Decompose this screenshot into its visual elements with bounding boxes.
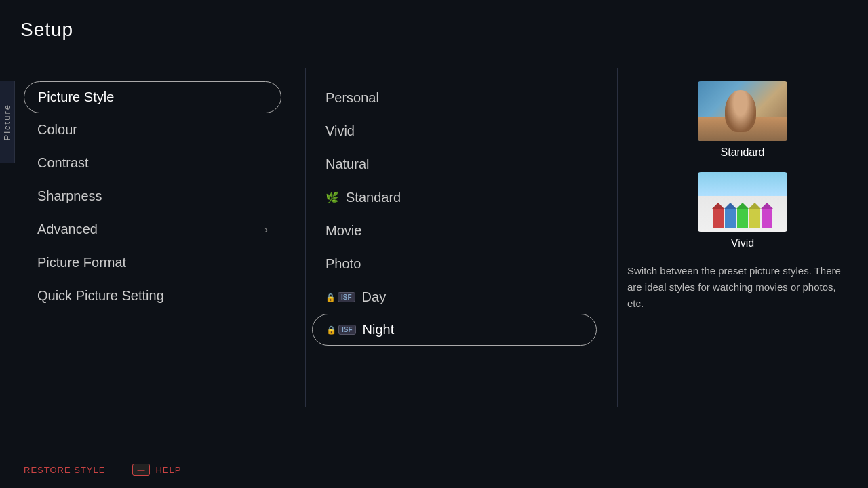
lock-icon: 🔒 (326, 293, 336, 302)
description-text: Switch between the preset picture styles… (627, 263, 858, 312)
menu-item-label: Advanced (37, 222, 98, 237)
left-menu: Picture Style Colour Contrast Sharpness … (24, 81, 281, 312)
style-item-label: Photo (326, 256, 361, 272)
lock-icon: 🔒 (326, 325, 336, 335)
menu-item-label: Colour (37, 122, 77, 138)
menu-item-picture-style[interactable]: Picture Style (24, 81, 281, 113)
standard-preview-box: Standard (627, 81, 858, 159)
hut-4 (749, 208, 760, 228)
help-key: — (132, 464, 150, 476)
style-item-label: Movie (326, 223, 361, 239)
menu-item-label: Sharpness (37, 188, 102, 204)
hut-2 (725, 208, 736, 228)
style-item-label: Vivid (326, 123, 355, 139)
side-tab-label: Picture (2, 104, 12, 140)
isf-badges-night: 🔒 ISF (326, 325, 356, 335)
menu-item-label: Contrast (37, 155, 89, 171)
menu-item-label: Picture Style (38, 89, 114, 105)
isf-badge: ISF (338, 325, 356, 335)
style-item-label: Standard (346, 190, 401, 205)
style-item-label: Natural (326, 157, 369, 172)
style-item-natural[interactable]: Natural (312, 148, 597, 181)
hut-1 (713, 208, 724, 228)
menu-item-label: Quick Picture Setting (37, 288, 164, 304)
style-item-vivid[interactable]: Vivid (312, 115, 597, 148)
vivid-preview-box: Vivid (627, 172, 858, 249)
menu-item-contrast[interactable]: Contrast (24, 146, 281, 180)
style-item-night[interactable]: 🔒 ISF Night (312, 314, 597, 346)
isf-badges-day: 🔒 ISF (326, 292, 355, 302)
footer: RESTORE STYLE — HELP (24, 464, 181, 476)
side-tab: Picture (0, 81, 15, 163)
right-panel: Standard Vivid Switch between the preset… (627, 81, 858, 312)
menu-item-sharpness[interactable]: Sharpness (24, 180, 281, 213)
menu-item-label: Picture Format (37, 255, 126, 270)
restore-style-label: RESTORE STYLE (24, 465, 105, 475)
style-item-personal[interactable]: Personal (312, 81, 597, 115)
menu-item-colour[interactable]: Colour (24, 113, 281, 146)
style-item-standard[interactable]: 🌿 Standard (312, 181, 597, 214)
standard-preview-image (698, 81, 787, 141)
style-item-photo[interactable]: Photo (312, 247, 597, 281)
left-divider (305, 68, 306, 407)
help-label: HELP (155, 465, 181, 475)
style-item-movie[interactable]: Movie (312, 214, 597, 247)
standard-preview-label: Standard (721, 146, 765, 159)
hut-3 (737, 208, 748, 228)
style-item-day[interactable]: 🔒 ISF Day (312, 281, 597, 314)
style-item-label: Day (362, 289, 387, 305)
menu-item-picture-format[interactable]: Picture Format (24, 246, 281, 279)
right-divider (617, 68, 618, 407)
footer-help[interactable]: — HELP (132, 464, 181, 476)
hut-5 (762, 208, 772, 228)
menu-item-quick-picture-setting[interactable]: Quick Picture Setting (24, 279, 281, 312)
page-title: Setup (20, 19, 73, 41)
leaf-icon: 🌿 (326, 191, 339, 204)
chevron-right-icon: › (264, 224, 268, 236)
footer-restore-style[interactable]: RESTORE STYLE (24, 464, 105, 476)
vivid-preview-image (698, 172, 787, 232)
menu-item-advanced[interactable]: Advanced › (24, 213, 281, 246)
style-item-label: Night (363, 322, 395, 338)
style-menu: Personal Vivid Natural 🌿 Standard Movie … (312, 81, 597, 346)
vivid-preview-label: Vivid (731, 237, 754, 249)
isf-badge: ISF (338, 292, 355, 302)
style-item-label: Personal (326, 90, 379, 106)
